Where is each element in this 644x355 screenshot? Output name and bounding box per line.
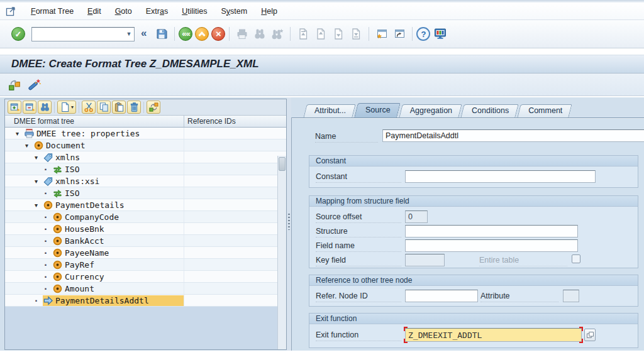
tab-source[interactable]: Source <box>356 103 399 117</box>
constant-input[interactable] <box>405 170 596 183</box>
structure-input[interactable] <box>405 225 578 238</box>
tree-row[interactable]: Currency <box>5 271 286 283</box>
magic-wand-icon[interactable] <box>26 77 43 93</box>
enter-icon[interactable]: ✓ <box>11 27 25 41</box>
constant-group-title: Constant <box>309 156 638 167</box>
create-shortcut-icon[interactable] <box>392 26 407 41</box>
gui-settings-icon[interactable] <box>433 26 448 41</box>
leaf-dot-icon <box>44 248 52 258</box>
exit-group-title: Exit function <box>309 314 638 324</box>
expander-icon[interactable] <box>35 178 43 185</box>
element-icon <box>52 283 63 294</box>
tree-row[interactable]: ISO <box>5 163 286 175</box>
tab-aggregation[interactable]: Aggregation <box>401 104 460 117</box>
tree-row[interactable]: Document <box>5 139 286 151</box>
constant-group: Constant Constant <box>309 155 638 188</box>
exchange-icon <box>52 188 63 199</box>
leaf-dot-icon <box>44 272 52 281</box>
collapse-all-icon[interactable] <box>23 101 36 114</box>
scrollbar-thumb[interactable] <box>279 157 286 171</box>
menu-format-tree[interactable]: Format Tree <box>31 7 74 16</box>
tree-toolbar: ▾ <box>5 99 286 116</box>
find-next-icon <box>270 26 285 41</box>
constant-label: Constant <box>316 172 401 183</box>
tab-comment[interactable]: Comment <box>519 104 570 117</box>
help-icon[interactable]: ? <box>416 27 430 41</box>
tree-row[interactable]: xmlns:xsi <box>5 175 286 187</box>
tree-row-selected[interactable]: PaymentDetailsAddtl <box>5 295 286 307</box>
back-icon[interactable]: «« <box>179 27 192 41</box>
exit-function-input[interactable] <box>405 328 582 342</box>
reference-group: Reference to other tree node Refer. Node… <box>309 275 638 307</box>
element-icon <box>52 271 63 282</box>
menu-utilities[interactable]: Utilities <box>182 7 207 16</box>
exit-function-label: Exit function <box>316 330 401 341</box>
expander-icon[interactable] <box>25 142 33 149</box>
tree-column-headers: DMEE format tree Reference IDs <box>5 116 286 128</box>
collapse-icon[interactable]: « <box>141 27 147 40</box>
expand-all-icon[interactable] <box>8 101 21 114</box>
create-node-icon[interactable]: ▾ <box>57 101 76 114</box>
leaf-dot-icon <box>44 188 52 198</box>
panel-splitter[interactable] <box>287 97 291 351</box>
splitter-handle-icon[interactable] <box>288 214 290 230</box>
attribute-input <box>563 290 579 302</box>
delete-icon[interactable] <box>127 101 141 114</box>
menu-system[interactable]: System <box>221 7 247 16</box>
leaf-dot-icon <box>44 224 52 234</box>
exit-function-group: Exit function Exit function <box>309 313 638 348</box>
find-node-icon[interactable] <box>38 101 52 114</box>
tree-row[interactable]: PaymentDetails <box>5 199 286 211</box>
copy-icon[interactable] <box>97 101 111 114</box>
find-icon <box>252 26 267 41</box>
tree-row[interactable]: ISO <box>5 187 286 199</box>
refer-node-id-input[interactable] <box>405 290 478 302</box>
matchcode-button[interactable] <box>584 329 596 341</box>
convert-format-tree-icon[interactable] <box>6 77 23 93</box>
sap-gui-window: Format Tree Edit Goto Extras Utilities S… <box>0 0 644 355</box>
field-name-input[interactable] <box>405 239 578 252</box>
tree-row[interactable]: PayRef <box>5 259 286 271</box>
tree-row[interactable]: Amount <box>5 283 286 295</box>
menu-edit[interactable]: Edit <box>87 7 101 16</box>
tree-row[interactable]: BankAcct <box>5 235 286 247</box>
node-detail-panel: Attribut... Source Aggregation Condition… <box>291 97 644 351</box>
cut-icon[interactable] <box>82 101 96 114</box>
column-header-format-tree[interactable]: DMEE format tree <box>5 116 184 127</box>
tab-strip: Attribut... Source Aggregation Condition… <box>291 103 644 117</box>
first-page-icon <box>296 26 311 41</box>
save-button[interactable] <box>154 26 169 41</box>
new-session-icon[interactable] <box>374 26 389 41</box>
tree-row[interactable]: xmlns <box>5 151 286 163</box>
command-field[interactable]: ▼ <box>31 27 135 41</box>
column-header-reference-ids[interactable]: Reference IDs <box>184 117 286 126</box>
menu-help[interactable]: Help <box>261 7 277 16</box>
tree-row[interactable]: HouseBnk <box>5 223 286 235</box>
cancel-icon[interactable]: × <box>211 27 225 41</box>
command-input[interactable] <box>32 28 124 40</box>
command-dropdown-icon[interactable]: ▼ <box>124 31 134 37</box>
tree-vertical-scrollbar[interactable] <box>277 156 286 349</box>
expander-icon[interactable] <box>35 154 43 161</box>
paste-icon[interactable] <box>112 101 126 114</box>
menu-extras[interactable]: Extras <box>146 7 168 16</box>
name-input[interactable] <box>382 129 644 142</box>
print-icon <box>235 26 250 41</box>
leaf-dot-icon <box>44 165 52 174</box>
selection-bracket <box>404 327 408 331</box>
tree-row[interactable]: CompanyCode <box>5 211 286 223</box>
expander-icon[interactable] <box>35 202 43 209</box>
reassign-icon[interactable] <box>147 101 160 114</box>
reference-group-title: Reference to other tree node <box>309 275 638 286</box>
selection-bracket <box>404 339 408 343</box>
source-offset-input <box>405 210 428 223</box>
tree-row[interactable]: DMEE tree: properties <box>5 128 286 139</box>
tab-attributes[interactable]: Attribut... <box>305 104 354 117</box>
leaf-dot-icon <box>44 212 52 222</box>
expander-icon[interactable] <box>16 130 24 137</box>
tree-row[interactable]: PayeeName <box>5 247 286 259</box>
exit-icon[interactable] <box>195 27 209 41</box>
system-menu-icon[interactable] <box>5 5 18 18</box>
menu-goto[interactable]: Goto <box>115 7 132 16</box>
tab-conditions[interactable]: Conditions <box>462 104 517 117</box>
